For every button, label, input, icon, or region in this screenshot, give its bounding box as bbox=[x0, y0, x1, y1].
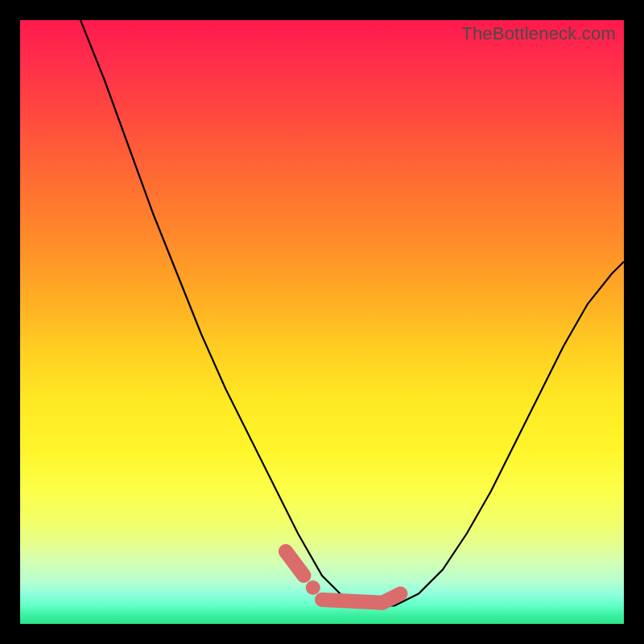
svg-point-1 bbox=[306, 580, 320, 595]
svg-point-0 bbox=[279, 544, 293, 559]
chart-frame: TheBottleneck.com bbox=[0, 0, 644, 644]
curve-layer bbox=[20, 20, 624, 624]
optimal-range-marker bbox=[279, 544, 401, 603]
bottleneck-curve bbox=[80, 20, 624, 606]
plot-area: TheBottleneck.com bbox=[20, 20, 624, 624]
